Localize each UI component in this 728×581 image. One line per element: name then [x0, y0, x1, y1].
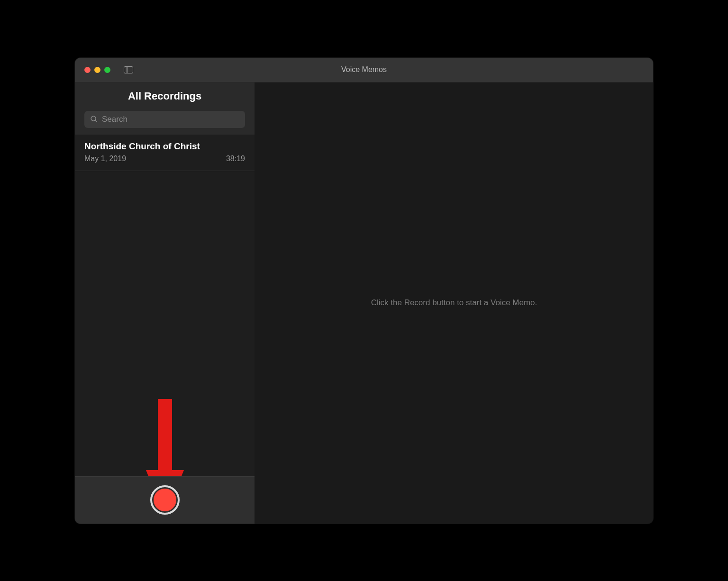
window-title: Voice Memos [341, 65, 387, 74]
minimize-window-button[interactable] [94, 67, 100, 73]
titlebar: Voice Memos [75, 58, 653, 82]
recording-meta: May 1, 2019 38:19 [84, 154, 245, 163]
recording-date: May 1, 2019 [84, 154, 126, 163]
sidebar-footer [75, 476, 255, 524]
search-field[interactable] [84, 111, 245, 128]
annotation-arrow-icon [146, 399, 184, 476]
sidebar-toggle-icon[interactable] [124, 66, 133, 73]
main-panel: Click the Record button to start a Voice… [255, 82, 653, 524]
traffic-lights [84, 67, 110, 73]
recordings-list[interactable]: Northside Church of Christ May 1, 2019 3… [75, 135, 255, 476]
close-window-button[interactable] [84, 67, 91, 73]
search-wrap [75, 111, 255, 135]
recording-item[interactable]: Northside Church of Christ May 1, 2019 3… [75, 135, 255, 171]
recording-title: Northside Church of Christ [84, 141, 245, 152]
content-area: All Recordings Northside Church of Chris… [75, 82, 653, 524]
sidebar-title: All Recordings [84, 90, 245, 102]
zoom-window-button[interactable] [104, 67, 110, 73]
voice-memos-window: Voice Memos All Recordings Northside Chu… [75, 58, 653, 524]
record-icon [154, 489, 176, 511]
placeholder-text: Click the Record button to start a Voice… [371, 298, 537, 308]
sidebar: All Recordings Northside Church of Chris… [75, 82, 255, 524]
search-input[interactable] [102, 115, 239, 124]
record-button[interactable] [150, 485, 180, 515]
recording-duration: 38:19 [226, 154, 245, 163]
search-icon [90, 115, 98, 123]
sidebar-header: All Recordings [75, 82, 255, 111]
